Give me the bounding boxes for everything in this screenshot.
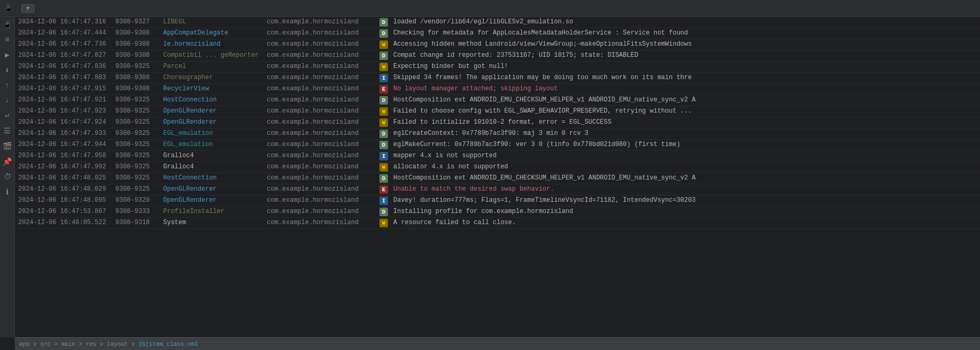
log-tag: Choreographer: [161, 73, 265, 83]
log-timestamp: 2024-12-06 16:47:47.827: [15, 50, 113, 61]
log-timestamp: 2024-12-06 16:47:47.915: [15, 84, 113, 95]
wrap-sidebar-icon[interactable]: ↩: [2, 111, 13, 120]
log-pid: 9308-9325: [113, 117, 161, 128]
pin-sidebar-icon[interactable]: 📌: [2, 157, 13, 166]
log-pid: 9308-9325: [113, 106, 161, 117]
table-row[interactable]: 2024-12-06 16:47:47.836 9308-9325 Parcel…: [15, 62, 980, 73]
table-row[interactable]: 2024-12-06 16:47:47.883 9308-9308 Choreo…: [15, 73, 980, 84]
log-level: E: [376, 84, 391, 95]
log-package: com.example.hormozisland: [265, 218, 376, 228]
table-row[interactable]: 2024-12-06 16:47:48.095 9308-9320 OpenGL…: [15, 195, 980, 207]
log-message: Compat change id reported: 237531167; UI…: [391, 50, 980, 61]
table-row[interactable]: 2024-12-06 16:47:47.923 9308-9325 OpenGL…: [15, 106, 980, 117]
log-timestamp: 2024-12-06 16:47:47.316: [15, 17, 113, 28]
log-tag: RecyclerView: [161, 84, 265, 95]
star-button[interactable]: [964, 7, 968, 10]
log-table[interactable]: 2024-12-06 16:47:47.316 9308-9327 LIBEGL…: [15, 17, 980, 337]
table-row[interactable]: 2024-12-06 16:47:47.958 9308-9325 Grallo…: [15, 151, 980, 162]
log-package: com.example.hormozisland: [265, 84, 376, 95]
log-message: A resource failed to call close.: [391, 218, 980, 228]
log-level: D: [376, 140, 391, 150]
log-tag: AppCompatDelegate: [161, 28, 265, 39]
log-message: loaded /vendor/lib64/egl/libGLESv2_emula…: [391, 17, 980, 28]
log-message: Unable to match the desired swap behavio…: [391, 184, 980, 195]
log-message: Accessing hidden method Landroid/view/Vi…: [391, 39, 980, 50]
log-pid: 9308-9325: [113, 140, 161, 150]
table-row[interactable]: 2024-12-06 16:47:47.944 9308-9325 EGL_em…: [15, 140, 980, 151]
table-row[interactable]: 2024-12-06 16:47:47.316 9308-9327 LIBEGL…: [15, 17, 980, 28]
log-package: com.example.hormozisland: [265, 173, 376, 184]
table-row[interactable]: 2024-12-06 16:47:48.025 9308-9325 HostCo…: [15, 173, 980, 184]
log-pid: 9308-9308: [113, 28, 161, 39]
log-pid: 9308-9325: [113, 151, 161, 161]
filter-sidebar-icon[interactable]: ≡: [2, 36, 13, 44]
phone-icon[interactable]: 📱: [2, 20, 13, 29]
table-row[interactable]: 2024-12-06 16:47:47.827 9308-9308 Compat…: [15, 50, 980, 62]
log-pid: 9308-9308: [113, 84, 161, 95]
download-sidebar-icon[interactable]: ⬇: [2, 66, 13, 75]
log-level: W: [376, 106, 391, 117]
log-pid: 9308-9333: [113, 207, 161, 217]
log-message: eglCreateContext: 0x7789b7ac3f90: maj 3 …: [391, 129, 980, 139]
table-row[interactable]: 2024-12-06 16:47:47.921 9308-9325 HostCo…: [15, 95, 980, 106]
log-package: com.example.hormozisland: [265, 195, 376, 206]
log-timestamp: 2024-12-06 16:47:47.736: [15, 39, 113, 50]
log-package: com.example.hormozisland: [265, 162, 376, 173]
filter-icon-inline: ▼: [26, 5, 30, 12]
log-package: com.example.hormozisland: [265, 117, 376, 128]
table-row[interactable]: 2024-12-06 16:47:53.867 9308-9333 Profil…: [15, 207, 980, 218]
log-package: com.example.hormozisland: [265, 39, 376, 50]
log-pid: 9308-9325: [113, 129, 161, 139]
table-row[interactable]: 2024-12-06 16:48:05.522 9308-9318 System…: [15, 218, 980, 229]
log-level: D: [376, 17, 391, 28]
table-row[interactable]: 2024-12-06 16:47:47.915 9308-9308 Recycl…: [15, 84, 980, 95]
table-row[interactable]: 2024-12-06 16:47:47.736 9308-9308 le.hor…: [15, 39, 980, 50]
log-message: eglMakeCurrent: 0x7789b7ac3f90: ver 3 0 …: [391, 140, 980, 150]
log-tag: OpenGLRenderer: [161, 117, 265, 128]
log-level: D: [376, 50, 391, 61]
log-message: Davey! duration=777ms; Flags=1, FrameTim…: [391, 195, 980, 206]
log-timestamp: 2024-12-06 16:48:05.522: [15, 218, 113, 228]
log-pid: 9308-9325: [113, 184, 161, 195]
log-tag: EGL_emulation: [161, 140, 265, 150]
log-message: HostComposition ext ANDROID_EMU_CHECKSUM…: [391, 95, 980, 106]
log-level: W: [376, 218, 391, 228]
cc-button[interactable]: [957, 7, 961, 10]
log-level: W: [376, 117, 391, 128]
log-package: com.example.hormozisland: [265, 140, 376, 150]
log-level: I: [376, 151, 391, 161]
log-tag: Gralloc4: [161, 151, 265, 161]
log-message: Failed to initialize 101010-2 format, er…: [391, 117, 980, 128]
table-row[interactable]: 2024-12-06 16:47:47.444 9308-9308 AppCom…: [15, 28, 980, 39]
log-timestamp: 2024-12-06 16:47:53.867: [15, 207, 113, 217]
toolbar: 📱 ▼: [0, 0, 980, 17]
status-bar: app > src > main > res > layout > {b}ite…: [15, 337, 980, 350]
down-sidebar-icon[interactable]: ↓: [2, 96, 13, 105]
log-message: Failed to choose config with EGL_SWAP_BE…: [391, 106, 980, 117]
filter-chip[interactable]: ▼: [21, 4, 35, 13]
play-sidebar-icon[interactable]: ▶: [2, 50, 13, 59]
table-row[interactable]: 2024-12-06 16:47:48.029 9308-9325 OpenGL…: [15, 184, 980, 195]
info-sidebar-icon[interactable]: ℹ: [2, 187, 13, 197]
log-level: W: [376, 162, 391, 173]
log-message: No layout manager attached; skipping lay…: [391, 84, 980, 95]
log-timestamp: 2024-12-06 16:47:47.921: [15, 95, 113, 106]
log-timestamp: 2024-12-06 16:47:48.029: [15, 184, 113, 195]
log-timestamp: 2024-12-06 16:47:47.944: [15, 140, 113, 150]
log-level: W: [376, 62, 391, 72]
up-sidebar-icon[interactable]: ↑: [2, 81, 13, 90]
table-row[interactable]: 2024-12-06 16:47:47.992 9308-9325 Grallo…: [15, 162, 980, 173]
camera-sidebar-icon[interactable]: 🎬: [2, 142, 13, 151]
log-timestamp: 2024-12-06 16:47:47.992: [15, 162, 113, 173]
log-pid: 9308-9327: [113, 17, 161, 28]
log-tag: OpenGLRenderer: [161, 184, 265, 195]
table-row[interactable]: 2024-12-06 16:47:47.924 9308-9325 OpenGL…: [15, 117, 980, 129]
log-timestamp: 2024-12-06 16:47:47.924: [15, 117, 113, 128]
log-tag: Parcel: [161, 62, 265, 72]
log-level: W: [376, 39, 391, 50]
settings-button[interactable]: [971, 7, 976, 10]
clock-sidebar-icon[interactable]: ⏱: [2, 173, 13, 181]
log-level: D: [376, 28, 391, 39]
list-sidebar-icon[interactable]: ☰: [2, 126, 13, 135]
table-row[interactable]: 2024-12-06 16:47:47.933 9308-9325 EGL_em…: [15, 129, 980, 140]
